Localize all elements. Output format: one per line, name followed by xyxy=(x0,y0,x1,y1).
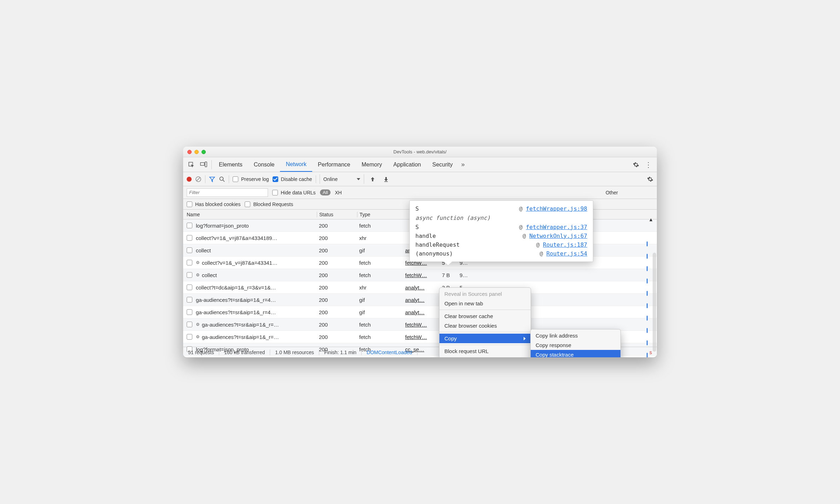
clear-icon[interactable] xyxy=(195,176,202,182)
request-initiator: fetchW… xyxy=(403,322,442,328)
device-toggle-icon[interactable] xyxy=(197,159,210,170)
table-row[interactable]: ga-audiences?t=sr&aip=1&_r=4…200gifanaly… xyxy=(183,294,657,306)
request-initiator: analyt… xyxy=(403,285,442,291)
search-icon[interactable] xyxy=(219,176,225,182)
checkbox-icon xyxy=(187,272,192,278)
preserve-log-checkbox[interactable]: Preserve log xyxy=(233,176,269,182)
request-initiator: analyt… xyxy=(403,297,442,303)
table-row[interactable]: ⚙collect200fetchfetchW…7 B9… xyxy=(183,269,657,281)
svg-line-6 xyxy=(223,180,225,182)
copy-response[interactable]: Copy response xyxy=(531,340,620,350)
table-row[interactable]: collect?t=dc&aip=1&_r=3&v=1&…200xhranaly… xyxy=(183,281,657,294)
scrollbar[interactable] xyxy=(653,253,656,352)
hide-data-urls-checkbox[interactable]: Hide data URLs xyxy=(272,190,316,195)
request-status: 200 xyxy=(317,260,357,266)
tab-memory[interactable]: Memory xyxy=(356,158,388,171)
upload-har-icon[interactable] xyxy=(368,176,378,182)
service-worker-icon: ⚙ xyxy=(196,260,200,265)
record-button[interactable] xyxy=(187,177,192,182)
request-status: 200 xyxy=(317,235,357,241)
col-status[interactable]: Status xyxy=(317,212,357,217)
tab-application[interactable]: Application xyxy=(387,158,426,171)
request-name: ga-audiences?t=sr&aip=1&_r=4… xyxy=(196,297,276,303)
tab-elements[interactable]: Elements xyxy=(213,158,248,171)
request-name: collect?v=1&_v=j87&a=4334189… xyxy=(196,235,278,241)
checkbox-icon xyxy=(272,190,278,195)
ctx-reveal[interactable]: Reveal in Sources panel xyxy=(439,289,531,299)
devtools-window: DevTools - web.dev/vitals/ Elements Cons… xyxy=(183,147,657,357)
checkbox-icon xyxy=(187,247,192,253)
filter-xhr[interactable]: XH xyxy=(335,190,342,195)
request-name: collect?v=1&_v=j87&a=43341… xyxy=(202,260,278,266)
ctx-clear-cache[interactable]: Clear browser cache xyxy=(439,311,531,321)
stack-fn: (anonymous) xyxy=(415,250,453,257)
request-type: gif xyxy=(357,309,403,315)
filter-bar: Hide data URLs All XH Other xyxy=(183,186,657,199)
download-har-icon[interactable] xyxy=(381,176,391,182)
checkbox-icon xyxy=(187,285,192,290)
request-status: 200 xyxy=(317,334,357,340)
stack-source-link[interactable]: Router.js:187 xyxy=(543,241,587,248)
stack-fn: handleRequest xyxy=(415,241,460,248)
request-name: ga-audiences?t=sr&aip=1&_r=… xyxy=(202,334,279,340)
status-finish: Finish: 1.1 min xyxy=(319,350,362,355)
status-requests: 51 requests xyxy=(183,350,219,355)
checkbox-icon xyxy=(187,223,192,228)
checkbox-icon xyxy=(187,309,192,315)
status-transferred: 160 kB transferred xyxy=(219,350,270,355)
stack-source-link[interactable]: fetchWrapper.js:98 xyxy=(526,205,587,212)
request-time: 9… xyxy=(460,272,474,278)
tab-network[interactable]: Network xyxy=(280,158,312,172)
stack-async-divider: async function (async) xyxy=(415,213,587,223)
request-size: 7 B xyxy=(442,272,460,278)
ctx-block-url[interactable]: Block request URL xyxy=(439,346,531,356)
checkbox-icon xyxy=(187,260,192,265)
ctx-open-tab[interactable]: Open in new tab xyxy=(439,299,531,308)
stack-source-link[interactable]: NetworkOnly.js:67 xyxy=(529,233,587,239)
settings-icon[interactable] xyxy=(630,159,642,170)
more-tabs-icon[interactable]: » xyxy=(459,159,468,170)
table-row[interactable]: ga-audiences?t=sr&aip=1&_r=4…200gifanaly… xyxy=(183,306,657,318)
filter-input[interactable] xyxy=(187,188,268,197)
request-name: ga-audiences?t=sr&aip=1&_r=… xyxy=(202,322,279,328)
has-blocked-cookies-checkbox[interactable]: Has blocked cookies xyxy=(187,201,240,207)
disable-cache-checkbox[interactable]: Disable cache xyxy=(273,176,312,182)
context-menu: Reveal in Sources panel Open in new tab … xyxy=(439,287,531,357)
tab-security[interactable]: Security xyxy=(427,158,459,171)
copy-link[interactable]: Copy link address xyxy=(531,331,620,340)
tab-console[interactable]: Console xyxy=(248,158,280,171)
ctx-copy[interactable]: Copy xyxy=(439,334,531,343)
blocked-requests-checkbox[interactable]: Blocked Requests xyxy=(245,201,293,207)
request-status: 200 xyxy=(317,322,357,328)
stack-frame: handle@ NetworkOnly.js:67 xyxy=(415,232,587,240)
inspect-icon[interactable] xyxy=(185,159,197,170)
stack-source-link[interactable]: fetchWrapper.js:37 xyxy=(526,224,587,230)
network-toolbar: Preserve log Disable cache Online xyxy=(183,172,657,186)
stack-source-link[interactable]: Router.js:54 xyxy=(546,250,587,257)
checkbox-icon xyxy=(233,176,238,182)
stack-frame: S@ fetchWrapper.js:37 xyxy=(415,223,587,232)
request-initiator: fetchW… xyxy=(403,334,442,340)
status-domcontentloaded: DOMContentLoaded xyxy=(362,350,417,355)
copy-stacktrace[interactable]: Copy stacktrace xyxy=(531,350,620,357)
throttling-select[interactable]: Online xyxy=(320,174,364,184)
filter-all[interactable]: All xyxy=(320,189,331,195)
filter-other[interactable]: Other xyxy=(606,190,618,195)
request-name: log?format=json_proto xyxy=(196,223,249,229)
col-type[interactable]: Type xyxy=(357,212,403,217)
panel-tabs: Elements Console Network Performance Mem… xyxy=(183,157,657,172)
network-settings-icon[interactable] xyxy=(647,176,653,182)
window-title: DevTools - web.dev/vitals/ xyxy=(183,149,657,154)
request-status: 200 xyxy=(317,297,357,303)
request-status: 200 xyxy=(317,223,357,229)
request-name: collect xyxy=(196,247,211,253)
tab-performance[interactable]: Performance xyxy=(312,158,356,171)
col-name[interactable]: Name xyxy=(183,212,317,217)
sort-indicator-icon: ▲ xyxy=(648,217,653,222)
kebab-menu-icon[interactable]: ⋮ xyxy=(642,161,655,168)
request-type: fetch xyxy=(357,260,403,266)
ctx-clear-cookies[interactable]: Clear browser cookies xyxy=(439,321,531,330)
ctx-block-domain[interactable]: Block request domain xyxy=(439,356,531,357)
filter-toggle-icon[interactable] xyxy=(209,176,215,182)
request-name: collect xyxy=(202,272,217,278)
